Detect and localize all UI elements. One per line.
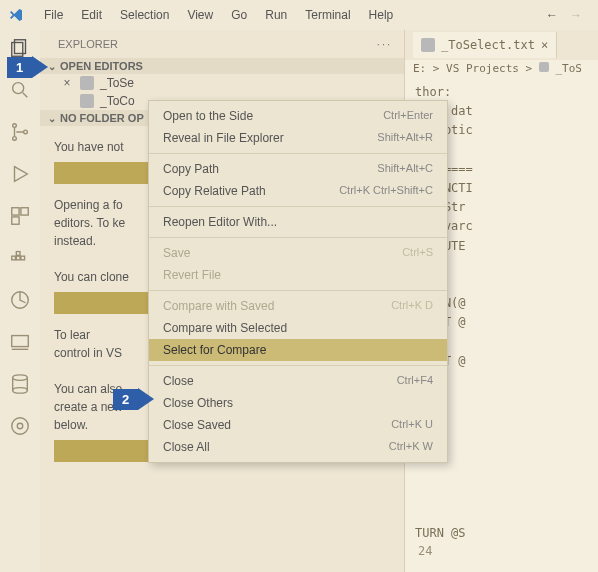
menu-edit[interactable]: Edit [73, 4, 110, 26]
svg-point-18 [13, 375, 28, 381]
more-actions-icon[interactable]: ··· [377, 38, 392, 50]
tab-close-icon[interactable]: × [541, 38, 548, 52]
menu-item-shortcut: Shift+Alt+C [377, 162, 433, 176]
svg-rect-10 [12, 217, 19, 224]
menu-item-shortcut: Ctrl+Enter [383, 109, 433, 123]
menu-separator [149, 153, 447, 154]
menu-file[interactable]: File [36, 4, 71, 26]
breadcrumb[interactable]: E: > VS Projects > _ToS [405, 60, 598, 77]
breadcrumb-path: E: > VS Projects > [413, 62, 539, 75]
tab-label: _ToSelect.txt [441, 38, 535, 52]
svg-line-3 [23, 93, 28, 98]
context-menu-item: Compare with SavedCtrl+K D [149, 295, 447, 317]
menu-item-shortcut: Shift+Alt+R [377, 131, 433, 145]
menu-separator [149, 237, 447, 238]
run-debug-icon[interactable] [8, 162, 32, 186]
svg-rect-12 [16, 256, 20, 260]
context-menu-item[interactable]: Compare with Selected [149, 317, 447, 339]
menu-terminal[interactable]: Terminal [297, 4, 358, 26]
svg-rect-9 [21, 208, 28, 215]
file-icon [539, 62, 549, 72]
extensions-icon[interactable] [8, 204, 32, 228]
menu-separator [149, 365, 447, 366]
file-name: _ToCo [100, 94, 135, 108]
editor-tab[interactable]: _ToSelect.txt × [413, 32, 557, 58]
menu-separator [149, 290, 447, 291]
menu-help[interactable]: Help [361, 4, 402, 26]
menu-item-label: Compare with Saved [163, 299, 274, 313]
callout-1: 1 [7, 56, 48, 78]
open-editor-item[interactable]: × _ToSe [40, 74, 404, 92]
titlebar: File Edit Selection View Go Run Terminal… [0, 0, 598, 30]
remote-icon[interactable] [8, 330, 32, 354]
svg-rect-16 [12, 336, 29, 347]
nav-back-icon[interactable]: ← [546, 8, 558, 22]
svg-marker-7 [15, 167, 28, 182]
callout-badge: 2 [113, 389, 138, 410]
context-menu-item[interactable]: Close Others [149, 392, 447, 414]
svg-rect-13 [21, 256, 25, 260]
menu-separator [149, 206, 447, 207]
context-menu-item[interactable]: CloseCtrl+F4 [149, 370, 447, 392]
file-icon [421, 38, 435, 52]
menu-run[interactable]: Run [257, 4, 295, 26]
azure-icon[interactable] [8, 288, 32, 312]
svg-point-6 [24, 130, 28, 134]
vscode-logo-icon [8, 7, 24, 23]
svg-rect-8 [12, 208, 19, 215]
arrow-icon [138, 388, 154, 410]
context-menu-item[interactable]: Reopen Editor With... [149, 211, 447, 233]
explorer-header: EXPLORER ··· [40, 30, 404, 58]
no-folder-label: NO FOLDER OP [60, 112, 144, 124]
menu-item-shortcut: Ctrl+F4 [397, 374, 433, 388]
close-icon[interactable]: × [60, 76, 74, 90]
file-icon [80, 94, 94, 108]
chevron-down-icon: ⌄ [48, 113, 56, 124]
context-menu-item[interactable]: Close SavedCtrl+K U [149, 414, 447, 436]
arrow-icon [32, 56, 48, 78]
explorer-title: EXPLORER [58, 38, 118, 50]
menu-item-label: Close All [163, 440, 210, 454]
menu-item-label: Save [163, 246, 190, 260]
svg-rect-11 [12, 256, 16, 260]
menu-item-label: Open to the Side [163, 109, 253, 123]
menu-item-label: Close Saved [163, 418, 231, 432]
source-control-icon[interactable] [8, 120, 32, 144]
menu-item-shortcut: Ctrl+K Ctrl+Shift+C [339, 184, 433, 198]
context-menu-item[interactable]: Open to the SideCtrl+Enter [149, 105, 447, 127]
file-icon [80, 76, 94, 90]
docker-icon[interactable] [8, 246, 32, 270]
db-icon[interactable] [8, 372, 32, 396]
menu-selection[interactable]: Selection [112, 4, 177, 26]
context-menu-item[interactable]: Copy Relative PathCtrl+K Ctrl+Shift+C [149, 180, 447, 202]
search-icon[interactable] [8, 78, 32, 102]
callout-2: 2 [113, 388, 154, 410]
menu-item-shortcut: Ctrl+K W [389, 440, 433, 454]
menu-item-label: Reopen Editor With... [163, 215, 277, 229]
menu-item-shortcut: Ctrl+K U [391, 418, 433, 432]
context-menu-item[interactable]: Reveal in File ExplorerShift+Alt+R [149, 127, 447, 149]
svg-point-2 [13, 83, 24, 94]
svg-point-22 [17, 423, 23, 429]
svg-rect-14 [16, 252, 20, 256]
settings-icon[interactable] [8, 414, 32, 438]
open-editors-header[interactable]: ⌄ OPEN EDITORS [40, 58, 404, 74]
menu-item-label: Compare with Selected [163, 321, 287, 335]
menu-item-label: Copy Relative Path [163, 184, 266, 198]
menu-item-label: Close Others [163, 396, 233, 410]
menu-item-label: Copy Path [163, 162, 219, 176]
context-menu-item[interactable]: Copy PathShift+Alt+C [149, 158, 447, 180]
menu-view[interactable]: View [179, 4, 221, 26]
open-editors-label: OPEN EDITORS [60, 60, 143, 72]
context-menu-item[interactable]: Close AllCtrl+K W [149, 436, 447, 458]
menu-item-label: Close [163, 374, 194, 388]
context-menu: Open to the SideCtrl+EnterReveal in File… [148, 100, 448, 463]
nav-forward-icon[interactable]: → [570, 8, 582, 22]
file-name: _ToSe [100, 76, 134, 90]
svg-point-5 [13, 137, 17, 141]
svg-point-4 [13, 124, 17, 128]
menu-go[interactable]: Go [223, 4, 255, 26]
breadcrumb-file: _ToS [555, 62, 582, 75]
svg-point-23 [12, 418, 29, 435]
context-menu-item[interactable]: Select for Compare [149, 339, 447, 361]
